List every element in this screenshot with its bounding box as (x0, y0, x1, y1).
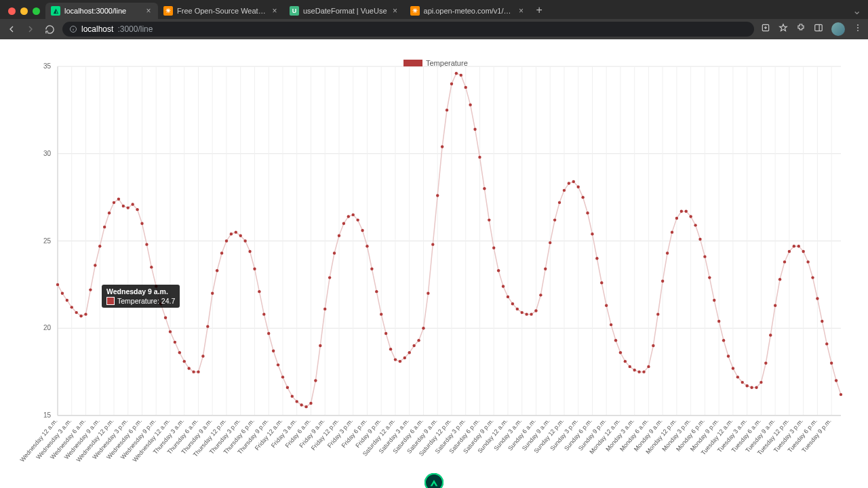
data-point[interactable] (304, 405, 307, 408)
data-point[interactable] (427, 292, 429, 295)
data-point[interactable] (483, 187, 486, 190)
data-point[interactable] (192, 370, 195, 373)
data-point[interactable] (403, 357, 406, 359)
data-point[interactable] (431, 243, 434, 245)
data-point[interactable] (352, 214, 355, 216)
nuxt-devtools-icon[interactable] (425, 473, 443, 488)
data-point[interactable] (741, 381, 744, 384)
data-point[interactable] (586, 211, 589, 214)
tab-close-icon[interactable]: × (517, 7, 526, 15)
data-point[interactable] (122, 205, 125, 207)
data-point[interactable] (291, 394, 294, 397)
data-point[interactable] (802, 250, 804, 253)
data-point[interactable] (145, 243, 148, 245)
data-point[interactable] (656, 312, 659, 315)
data-point[interactable] (98, 245, 101, 247)
data-point[interactable] (286, 386, 289, 389)
data-point[interactable] (267, 332, 270, 335)
data-point[interactable] (94, 264, 96, 266)
data-point[interactable] (84, 312, 87, 315)
data-point[interactable] (722, 339, 725, 342)
data-point[interactable] (698, 238, 701, 241)
data-point[interactable] (441, 145, 443, 148)
data-point[interactable] (563, 189, 566, 192)
data-point[interactable] (629, 365, 631, 368)
data-point[interactable] (549, 241, 551, 244)
data-point[interactable] (174, 341, 176, 344)
data-point[interactable] (201, 354, 204, 357)
data-point[interactable] (539, 293, 542, 296)
data-point[interactable] (816, 297, 818, 300)
data-point[interactable] (361, 229, 363, 232)
data-point[interactable] (66, 299, 68, 302)
data-point[interactable] (652, 344, 654, 347)
data-point[interactable] (745, 384, 748, 387)
data-point[interactable] (572, 180, 575, 183)
data-point[interactable] (703, 255, 706, 258)
data-point[interactable] (239, 235, 242, 237)
data-point[interactable] (338, 235, 340, 237)
data-point[interactable] (633, 369, 635, 371)
data-point[interactable] (460, 74, 462, 77)
data-point[interactable] (576, 185, 579, 188)
data-point[interactable] (235, 230, 237, 233)
data-point[interactable] (56, 283, 59, 286)
data-point[interactable] (558, 201, 561, 204)
data-point[interactable] (347, 215, 350, 218)
data-point[interactable] (511, 302, 514, 305)
data-point[interactable] (150, 266, 153, 268)
data-point[interactable] (694, 224, 696, 226)
data-point[interactable] (825, 342, 828, 345)
data-point[interactable] (764, 362, 767, 365)
data-point[interactable] (614, 339, 617, 342)
data-point[interactable] (783, 260, 786, 263)
data-point[interactable] (581, 196, 584, 199)
data-point[interactable] (342, 222, 345, 225)
data-point[interactable] (389, 348, 392, 350)
data-point[interactable] (473, 128, 476, 131)
data-point[interactable] (225, 239, 228, 242)
data-point[interactable] (113, 201, 115, 204)
close-window-button[interactable] (8, 7, 16, 15)
data-point[interactable] (675, 217, 678, 220)
data-point[interactable] (314, 379, 317, 382)
browser-tab[interactable]: ☀ Free Open-Source Weather… × (158, 3, 284, 19)
data-point[interactable] (319, 344, 321, 347)
data-point[interactable] (206, 325, 209, 327)
data-point[interactable] (333, 251, 336, 254)
data-point[interactable] (323, 308, 326, 310)
data-point[interactable] (262, 312, 265, 315)
extensions-icon[interactable] (796, 23, 806, 35)
data-point[interactable] (666, 251, 669, 254)
data-point[interactable] (591, 232, 593, 235)
data-point[interactable] (642, 370, 645, 373)
data-point[interactable] (778, 278, 781, 281)
data-point[interactable] (211, 292, 214, 295)
data-point[interactable] (108, 211, 111, 214)
data-point[interactable] (356, 218, 359, 221)
site-info-icon[interactable] (69, 25, 77, 33)
data-point[interactable] (399, 360, 401, 363)
data-point[interactable] (258, 290, 260, 293)
menu-icon[interactable] (853, 23, 863, 35)
data-point[interactable] (478, 156, 481, 159)
data-point[interactable] (661, 280, 664, 283)
new-tab-button[interactable]: + (531, 4, 548, 19)
data-point[interactable] (516, 308, 519, 310)
side-panel-icon[interactable] (814, 23, 823, 35)
data-point[interactable] (534, 309, 537, 312)
data-point[interactable] (671, 230, 673, 233)
data-point[interactable] (230, 232, 233, 235)
data-point[interactable] (272, 350, 275, 352)
data-point[interactable] (488, 218, 490, 221)
reload-button[interactable] (43, 23, 56, 35)
data-point[interactable] (750, 386, 753, 389)
data-point[interactable] (71, 306, 73, 308)
data-point[interactable] (708, 276, 711, 279)
data-point[interactable] (159, 302, 162, 305)
data-point[interactable] (328, 276, 331, 279)
data-point[interactable] (521, 311, 524, 314)
data-point[interactable] (553, 218, 556, 221)
tab-close-icon[interactable]: × (144, 7, 153, 15)
data-point[interactable] (380, 312, 382, 315)
